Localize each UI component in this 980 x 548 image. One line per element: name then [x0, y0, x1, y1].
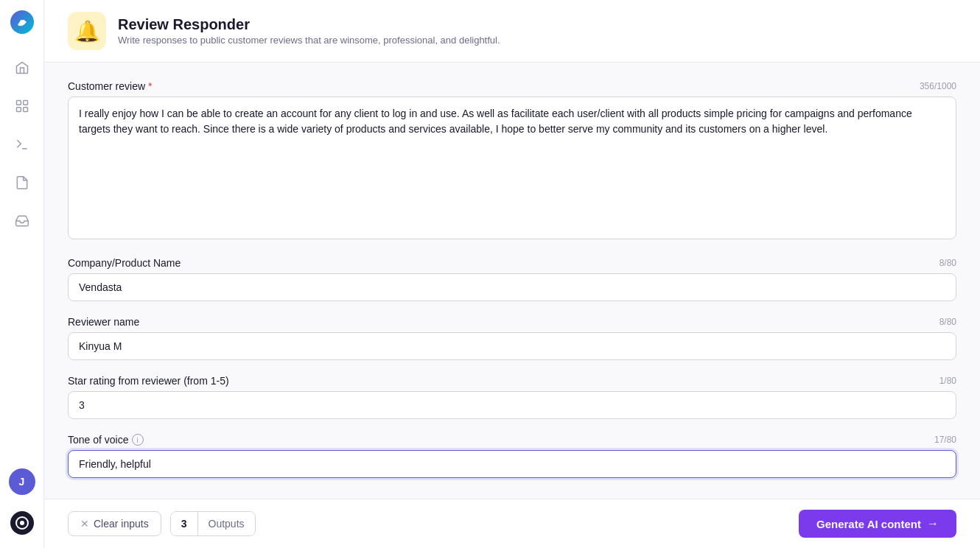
company-name-char-count: 8/80	[939, 258, 956, 268]
star-rating-char-count: 1/80	[939, 376, 956, 386]
star-rating-label-row: Star rating from reviewer (from 1-5) 1/8…	[68, 375, 956, 387]
tone-of-voice-input[interactable]	[68, 450, 956, 478]
svg-rect-3	[23, 101, 27, 105]
star-rating-group: Star rating from reviewer (from 1-5) 1/8…	[68, 375, 956, 419]
app-logo[interactable]	[9, 9, 35, 35]
reviewer-name-input[interactable]	[68, 332, 956, 360]
reviewer-name-label: Reviewer name	[68, 316, 139, 328]
sidebar-item-inbox[interactable]	[10, 209, 34, 233]
outputs-label: Outputs	[198, 512, 255, 535]
clear-inputs-label: Clear inputs	[94, 518, 149, 530]
svg-point-1	[20, 20, 24, 24]
customer-review-char-count: 356/1000	[920, 81, 956, 91]
sidebar: J	[0, 0, 44, 548]
clear-inputs-button[interactable]: ✕ Clear inputs	[68, 511, 161, 536]
sidebar-item-home[interactable]	[10, 56, 34, 80]
outputs-count: 3	[171, 512, 198, 535]
star-rating-label: Star rating from reviewer (from 1-5)	[68, 375, 229, 387]
company-name-input[interactable]	[68, 273, 956, 301]
bottom-bar: ✕ Clear inputs 3 Outputs Generate AI con…	[44, 499, 980, 548]
customer-review-label: Customer review *	[68, 80, 152, 92]
app-header-text: Review Responder Write responses to publ…	[118, 16, 500, 46]
required-indicator: *	[148, 80, 152, 92]
reviewer-name-group: Reviewer name 8/80	[68, 316, 956, 360]
tone-of-voice-label-row: Tone of voice i 17/80	[68, 434, 956, 446]
svg-rect-2	[16, 101, 21, 105]
generate-label: Generate AI content	[816, 518, 921, 530]
company-name-group: Company/Product Name 8/80	[68, 257, 956, 301]
tone-char-count: 17/80	[934, 435, 956, 445]
clear-x-icon: ✕	[80, 518, 89, 530]
reviewer-name-label-row: Reviewer name 8/80	[68, 316, 956, 328]
svg-rect-5	[23, 108, 27, 112]
app-title: Review Responder	[118, 16, 500, 33]
generate-arrow-icon: →	[927, 517, 939, 530]
tone-info-icon[interactable]: i	[132, 434, 144, 446]
outputs-box: 3 Outputs	[170, 511, 256, 536]
main-content: 🔔 Review Responder Write responses to pu…	[44, 0, 980, 548]
form-area: Customer review * 356/1000 I really enjo…	[44, 63, 980, 499]
tone-of-voice-label: Tone of voice i	[68, 434, 144, 446]
app-icon: 🔔	[68, 12, 106, 50]
tone-of-voice-group: Tone of voice i 17/80	[68, 434, 956, 478]
generate-button[interactable]: Generate AI content →	[799, 510, 956, 538]
app-header: 🔔 Review Responder Write responses to pu…	[44, 0, 980, 63]
customer-review-label-row: Customer review * 356/1000	[68, 80, 956, 92]
customer-review-input[interactable]: I really enjoy how I can be able to crea…	[68, 96, 956, 239]
app-subtitle: Write responses to public customer revie…	[118, 35, 500, 46]
sidebar-item-apps[interactable]	[10, 94, 34, 118]
svg-rect-4	[16, 108, 21, 112]
user-avatar[interactable]: J	[9, 468, 35, 495]
sidebar-item-documents[interactable]	[10, 171, 34, 194]
bottom-logo	[9, 510, 35, 536]
sidebar-item-terminal[interactable]	[10, 133, 34, 156]
customer-review-group: Customer review * 356/1000 I really enjo…	[68, 80, 956, 242]
company-name-label: Company/Product Name	[68, 257, 181, 269]
svg-point-9	[20, 521, 24, 525]
reviewer-name-char-count: 8/80	[939, 317, 956, 327]
company-name-label-row: Company/Product Name 8/80	[68, 257, 956, 269]
star-rating-input[interactable]	[68, 391, 956, 419]
